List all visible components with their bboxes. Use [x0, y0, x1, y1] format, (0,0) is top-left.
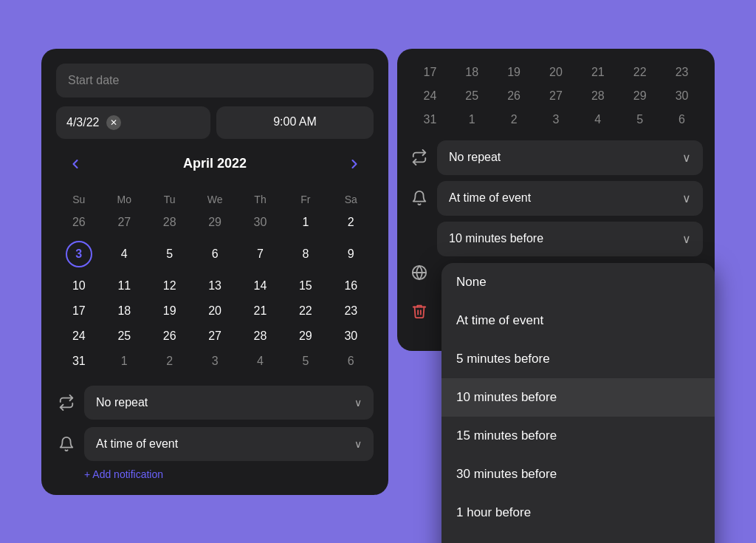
- calendar-day[interactable]: 4: [238, 349, 283, 374]
- right-calendar-day[interactable]: 30: [661, 84, 703, 108]
- calendar-day[interactable]: 5: [283, 349, 328, 374]
- right-calendar-day[interactable]: 28: [577, 84, 619, 108]
- calendar-day[interactable]: 26: [147, 324, 192, 349]
- dropdown-menu-item[interactable]: 1 day before: [441, 532, 715, 544]
- right-tenmin-row: 10 minutes before ∨: [409, 222, 703, 256]
- date-pill[interactable]: 4/3/22 ✕: [56, 106, 210, 139]
- calendar-day[interactable]: 5: [147, 235, 192, 273]
- right-calendar-day[interactable]: 24: [409, 84, 451, 108]
- trash-icon[interactable]: [409, 301, 430, 321]
- right-calendar-day[interactable]: 6: [661, 108, 703, 132]
- repeat-label: No repeat: [96, 396, 148, 409]
- calendar-day[interactable]: 29: [283, 324, 328, 349]
- dropdown-menu-item[interactable]: At time of event: [441, 301, 715, 340]
- calendar-day[interactable]: 28: [147, 210, 192, 235]
- start-date-input[interactable]: Start date: [56, 64, 374, 98]
- bell-icon: [56, 434, 77, 454]
- dropdown-menu-item[interactable]: 1 hour before: [441, 494, 715, 532]
- prev-month-button[interactable]: [62, 151, 89, 177]
- calendar-day[interactable]: 22: [283, 298, 328, 324]
- right-calendar-day[interactable]: 5: [619, 108, 661, 132]
- right-bell-icon: [409, 188, 430, 208]
- calendar-day[interactable]: 2: [329, 210, 374, 235]
- right-calendar-day[interactable]: 4: [577, 108, 619, 132]
- dropdown-menu: NoneAt time of event5 minutes before10 m…: [441, 263, 715, 544]
- weekday-header: Th: [238, 189, 283, 210]
- clear-button[interactable]: ✕: [106, 115, 121, 130]
- calendar-day[interactable]: 3: [56, 235, 102, 273]
- right-tenmin-dropdown[interactable]: 10 minutes before ∨: [437, 222, 703, 256]
- dropdown-menu-item[interactable]: None: [441, 263, 715, 301]
- right-repeat-chevron: ∨: [682, 151, 691, 165]
- weekday-header: Fr: [283, 189, 328, 210]
- calendar-day[interactable]: 8: [283, 235, 328, 273]
- calendar-day[interactable]: 7: [238, 235, 283, 273]
- calendar-day[interactable]: 6: [329, 349, 374, 374]
- right-calendar-day[interactable]: 1: [451, 108, 493, 132]
- add-notification-button[interactable]: + Add notification: [84, 468, 374, 480]
- right-calendar-day[interactable]: 26: [493, 84, 535, 108]
- dropdown-menu-item[interactable]: 5 minutes before: [441, 340, 715, 378]
- calendar-day[interactable]: 14: [238, 273, 283, 298]
- right-calendar-day[interactable]: 2: [493, 108, 535, 132]
- right-notification-chevron: ∨: [682, 191, 691, 205]
- calendar-day[interactable]: 29: [192, 210, 237, 235]
- calendar-day[interactable]: 26: [56, 210, 102, 235]
- right-calendar-day[interactable]: 21: [577, 61, 619, 84]
- right-calendar-day[interactable]: 19: [493, 61, 535, 84]
- calendar-day[interactable]: 9: [329, 235, 374, 273]
- calendar-day[interactable]: 27: [192, 324, 237, 349]
- right-calendar-day[interactable]: 31: [409, 108, 451, 132]
- calendar-day[interactable]: 15: [283, 273, 328, 298]
- calendar-day[interactable]: 30: [238, 210, 283, 235]
- right-calendar-day[interactable]: 18: [451, 61, 493, 84]
- dropdown-menu-item[interactable]: 10 minutes before: [441, 378, 715, 417]
- dropdown-menu-item[interactable]: 15 minutes before: [441, 417, 715, 455]
- calendar-day[interactable]: 12: [147, 273, 192, 298]
- right-tenmin-chevron: ∨: [682, 232, 691, 246]
- calendar-day[interactable]: 23: [329, 298, 374, 324]
- right-calendar-day[interactable]: 29: [619, 84, 661, 108]
- calendar-day[interactable]: 25: [102, 324, 147, 349]
- calendar-day[interactable]: 18: [102, 298, 147, 324]
- right-calendar-day[interactable]: 17: [409, 61, 451, 84]
- calendar-day[interactable]: 30: [329, 324, 374, 349]
- right-card: 171819202122232425262728293031123456 No …: [397, 49, 715, 351]
- calendar-day[interactable]: 19: [147, 298, 192, 324]
- notification-row: At time of event ∨: [56, 427, 374, 461]
- calendar-day[interactable]: 6: [192, 235, 237, 273]
- right-repeat-dropdown[interactable]: No repeat ∨: [437, 140, 703, 175]
- calendar-day[interactable]: 20: [192, 298, 237, 324]
- right-calendar-day[interactable]: 20: [535, 61, 577, 84]
- repeat-dropdown[interactable]: No repeat ∨: [84, 386, 374, 420]
- bottom-controls: No repeat ∨ At time of event ∨ + Add not…: [56, 386, 374, 480]
- right-calendar-day[interactable]: 22: [619, 61, 661, 84]
- calendar-day[interactable]: 21: [238, 298, 283, 324]
- next-month-button[interactable]: [341, 151, 368, 177]
- calendar-day[interactable]: 24: [56, 324, 102, 349]
- calendar-day[interactable]: 31: [56, 349, 102, 374]
- calendar-day[interactable]: 1: [102, 349, 147, 374]
- right-notification-row: At time of event ∨: [409, 181, 703, 216]
- right-calendar-day[interactable]: 23: [661, 61, 703, 84]
- notification-dropdown[interactable]: At time of event ∨: [84, 427, 374, 461]
- calendar-day[interactable]: 28: [238, 324, 283, 349]
- right-calendar-day[interactable]: 27: [535, 84, 577, 108]
- calendar-day[interactable]: 4: [102, 235, 147, 273]
- calendar-day[interactable]: 10: [56, 273, 102, 298]
- calendar-day[interactable]: 16: [329, 273, 374, 298]
- right-calendar-day[interactable]: 25: [451, 84, 493, 108]
- calendar-day[interactable]: 2: [147, 349, 192, 374]
- calendar-day[interactable]: 1: [283, 210, 328, 235]
- right-calendar-day[interactable]: 3: [535, 108, 577, 132]
- calendar-day[interactable]: 27: [102, 210, 147, 235]
- calendar-day[interactable]: 13: [192, 273, 237, 298]
- calendar-day[interactable]: 17: [56, 298, 102, 324]
- time-pill[interactable]: 9:00 AM: [216, 106, 374, 139]
- dropdown-menu-item[interactable]: 30 minutes before: [441, 455, 715, 494]
- right-notification-dropdown[interactable]: At time of event ∨: [437, 181, 703, 216]
- right-repeat-row: No repeat ∨: [409, 140, 703, 175]
- left-card: Start date 4/3/22 ✕ 9:00 AM April 2022: [41, 49, 388, 495]
- calendar-day[interactable]: 11: [102, 273, 147, 298]
- calendar-day[interactable]: 3: [192, 349, 237, 374]
